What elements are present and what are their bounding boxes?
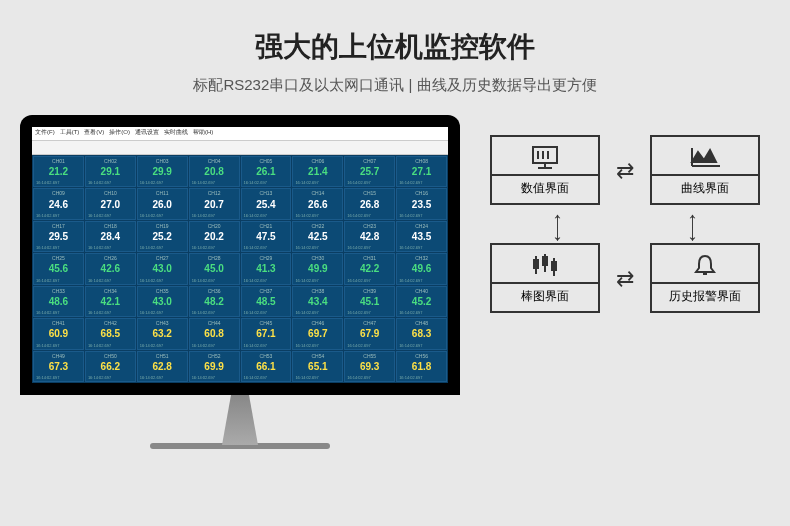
channel-cell[interactable]: CH1426.616:14:02.697 <box>292 188 343 219</box>
channel-cell[interactable]: CH3142.216:14:02.697 <box>344 253 395 284</box>
menu-item[interactable]: 实时曲线 <box>164 128 188 139</box>
channel-cell[interactable]: CH2020.216:14:02.697 <box>189 221 240 252</box>
menu-item[interactable]: 帮助(H) <box>193 128 213 139</box>
channel-cell[interactable]: CH0621.416:14:02.697 <box>292 156 343 187</box>
channel-cell[interactable]: CH5162.816:14:02.697 <box>137 351 188 382</box>
channel-timestamp: 16:14:02.697 <box>88 310 133 315</box>
channel-value: 66.2 <box>88 362 133 372</box>
bidirectional-arrow-icon: ⇄ <box>616 273 634 284</box>
channel-timestamp: 16:14:02.697 <box>36 375 81 380</box>
channel-value: 49.9 <box>295 264 340 274</box>
channel-cell[interactable]: CH0121.216:14:02.697 <box>33 156 84 187</box>
channel-value: 24.6 <box>36 200 81 210</box>
channel-cell[interactable]: CH4363.216:14:02.697 <box>137 318 188 349</box>
channel-cell[interactable]: CH4669.716:14:02.697 <box>292 318 343 349</box>
channel-timestamp: 16:14:02.697 <box>399 180 444 185</box>
channel-cell[interactable]: CH3049.916:14:02.697 <box>292 253 343 284</box>
channel-cell[interactable]: CH1925.216:14:02.697 <box>137 221 188 252</box>
channel-timestamp: 16:14:02.697 <box>140 375 185 380</box>
channel-cell[interactable]: CH3348.616:14:02.697 <box>33 286 84 317</box>
channel-cell[interactable]: CH1126.016:14:02.697 <box>137 188 188 219</box>
channel-timestamp: 16:14:02.697 <box>347 180 392 185</box>
channel-value: 27.0 <box>88 200 133 210</box>
channel-cell[interactable]: CH2743.016:14:02.697 <box>137 253 188 284</box>
channel-value: 69.3 <box>347 362 392 372</box>
channel-cell[interactable]: CH5066.216:14:02.697 <box>85 351 136 382</box>
channel-id: CH56 <box>399 353 444 359</box>
channel-cell[interactable]: CH2342.816:14:02.697 <box>344 221 395 252</box>
channel-timestamp: 16:14:02.697 <box>295 245 340 250</box>
channel-cell[interactable]: CH3945.116:14:02.697 <box>344 286 395 317</box>
menu-item[interactable]: 操作(O) <box>109 128 130 139</box>
menu-item[interactable]: 文件(F) <box>35 128 55 139</box>
toolbar[interactable] <box>32 141 448 155</box>
channel-cell[interactable]: CH0229.116:14:02.697 <box>85 156 136 187</box>
channel-id: CH36 <box>192 288 237 294</box>
channel-cell[interactable]: CH4767.916:14:02.697 <box>344 318 395 349</box>
channel-cell[interactable]: CH1220.716:14:02.697 <box>189 188 240 219</box>
channel-cell[interactable]: CH0827.116:14:02.697 <box>396 156 447 187</box>
channel-id: CH17 <box>36 223 81 229</box>
menu-item[interactable]: 工具(T) <box>60 128 80 139</box>
channel-cell[interactable]: CH0329.916:14:02.697 <box>137 156 188 187</box>
channel-cell[interactable]: CH1729.516:14:02.697 <box>33 221 84 252</box>
channel-cell[interactable]: CH1828.416:14:02.697 <box>85 221 136 252</box>
channel-cell[interactable]: CH3543.016:14:02.697 <box>137 286 188 317</box>
channel-cell[interactable]: CH4567.116:14:02.697 <box>241 318 292 349</box>
channel-cell[interactable]: CH0924.616:14:02.697 <box>33 188 84 219</box>
channel-cell[interactable]: CH2941.316:14:02.697 <box>241 253 292 284</box>
channel-cell[interactable]: CH5465.116:14:02.697 <box>292 351 343 382</box>
channel-cell[interactable]: CH4160.916:14:02.697 <box>33 318 84 349</box>
channel-cell[interactable]: CH5661.816:14:02.697 <box>396 351 447 382</box>
channel-id: CH27 <box>140 255 185 261</box>
channel-value: 48.2 <box>192 297 237 307</box>
channel-cell[interactable]: CH0420.816:14:02.697 <box>189 156 240 187</box>
channel-timestamp: 16:14:02.697 <box>192 278 237 283</box>
channel-value: 42.2 <box>347 264 392 274</box>
channel-timestamp: 16:14:02.697 <box>347 343 392 348</box>
channel-timestamp: 16:14:02.697 <box>399 213 444 218</box>
channel-cell[interactable]: CH4868.316:14:02.697 <box>396 318 447 349</box>
menu-item[interactable]: 通讯设置 <box>135 128 159 139</box>
channel-timestamp: 16:14:02.697 <box>347 245 392 250</box>
channel-cell[interactable]: CH1623.516:14:02.697 <box>396 188 447 219</box>
channel-cell[interactable]: CH1526.816:14:02.697 <box>344 188 395 219</box>
channel-cell[interactable]: CH2545.616:14:02.697 <box>33 253 84 284</box>
channel-cell[interactable]: CH2642.616:14:02.697 <box>85 253 136 284</box>
channel-cell[interactable]: CH4967.316:14:02.697 <box>33 351 84 382</box>
channel-cell[interactable]: CH3843.416:14:02.697 <box>292 286 343 317</box>
channel-id: CH47 <box>347 320 392 326</box>
channel-cell[interactable]: CH5569.316:14:02.697 <box>344 351 395 382</box>
channel-id: CH28 <box>192 255 237 261</box>
channel-cell[interactable]: CH5366.116:14:02.697 <box>241 351 292 382</box>
channel-cell[interactable]: CH2147.516:14:02.697 <box>241 221 292 252</box>
channel-cell[interactable]: CH0725.716:14:02.697 <box>344 156 395 187</box>
channel-cell[interactable]: CH3748.516:14:02.697 <box>241 286 292 317</box>
channel-cell[interactable]: CH0526.116:14:02.697 <box>241 156 292 187</box>
channel-value: 29.5 <box>36 232 81 242</box>
channel-timestamp: 16:14:02.697 <box>347 278 392 283</box>
channel-cell[interactable]: CH2845.016:14:02.697 <box>189 253 240 284</box>
channel-cell[interactable]: CH3249.616:14:02.697 <box>396 253 447 284</box>
channel-cell[interactable]: CH1027.016:14:02.697 <box>85 188 136 219</box>
channel-value: 65.1 <box>295 362 340 372</box>
channel-id: CH23 <box>347 223 392 229</box>
channel-cell[interactable]: CH2242.516:14:02.697 <box>292 221 343 252</box>
channel-cell[interactable]: CH3442.116:14:02.697 <box>85 286 136 317</box>
channel-cell[interactable]: CH5269.916:14:02.697 <box>189 351 240 382</box>
channel-cell[interactable]: CH1325.416:14:02.697 <box>241 188 292 219</box>
channel-cell[interactable]: CH2443.516:14:02.697 <box>396 221 447 252</box>
menu-item[interactable]: 查看(V) <box>84 128 104 139</box>
channel-value: 26.8 <box>347 200 392 210</box>
channel-timestamp: 16:14:02.697 <box>347 375 392 380</box>
menu-bar[interactable]: 文件(F)工具(T)查看(V)操作(O)通讯设置实时曲线帮助(H) <box>32 127 448 141</box>
channel-cell[interactable]: CH3648.216:14:02.697 <box>189 286 240 317</box>
channel-value: 43.4 <box>295 297 340 307</box>
channel-value: 68.3 <box>399 329 444 339</box>
channel-cell[interactable]: CH4268.516:14:02.697 <box>85 318 136 349</box>
candlestick-icon <box>492 248 598 284</box>
channel-cell[interactable]: CH4045.216:14:02.697 <box>396 286 447 317</box>
channel-cell[interactable]: CH4460.816:14:02.697 <box>189 318 240 349</box>
channel-id: CH50 <box>88 353 133 359</box>
channel-value: 28.4 <box>88 232 133 242</box>
